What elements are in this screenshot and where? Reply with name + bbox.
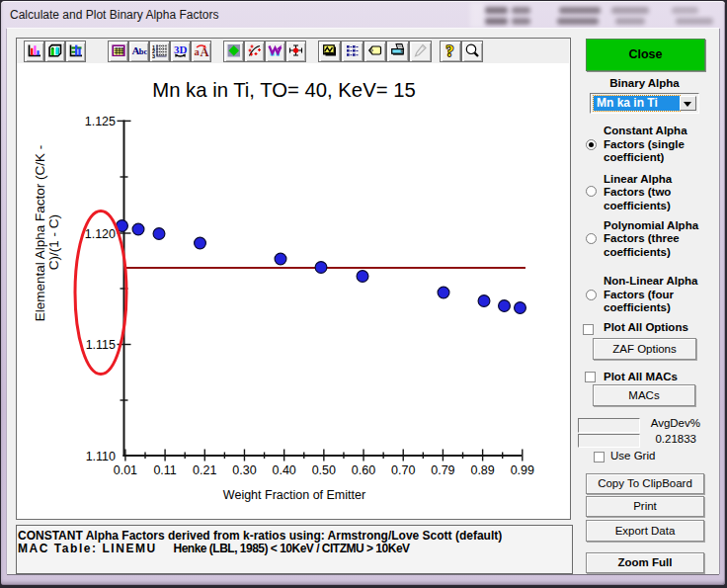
- svg-text:bc: bc: [139, 46, 147, 56]
- svg-text:3: 3: [152, 53, 155, 59]
- svg-text:A: A: [201, 45, 209, 58]
- svg-text:3D: 3D: [174, 43, 188, 55]
- svg-text:?: ?: [446, 42, 454, 58]
